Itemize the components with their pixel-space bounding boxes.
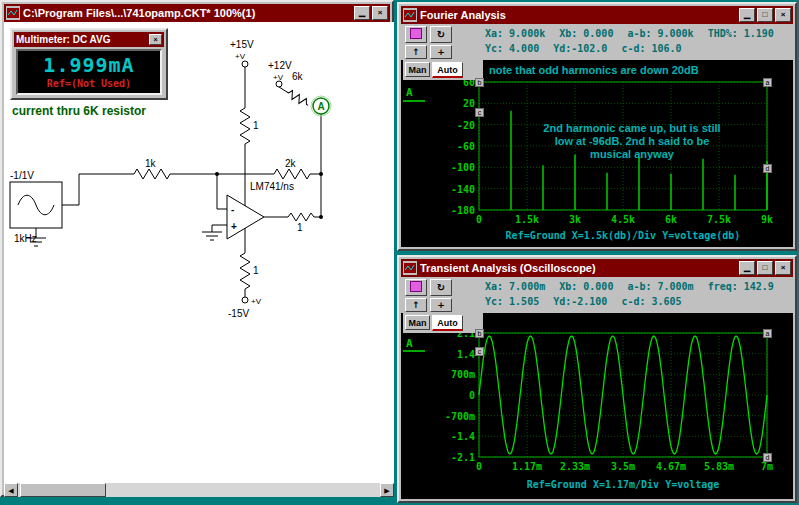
opamp-plus-sign: + [231,221,237,232]
cursor-marker-c[interactable]: c [475,108,484,117]
app-icon [403,261,417,275]
fourier-cursor-readings-x: Xa: 9.000kXb: 0.000a-b: 9.000kTHD%: 1.19… [485,28,774,39]
color-swatch-icon [410,28,422,39]
close-button[interactable]: × [149,34,162,45]
cursor-mode-button[interactable]: + [430,45,452,59]
multimeter-titlebar[interactable]: Multimeter: DC AVG × [14,32,164,47]
minimize-button[interactable]: ▁ [739,8,755,22]
window-title: Transient Analysis (Oscilloscope) [420,262,736,274]
auto-scale-button[interactable]: Auto [432,315,463,331]
schematic-canvas[interactable]: A -1/1V 1kHz 1k 2k 6k LM741/ns 1 1 1 +15… [4,22,394,483]
format-button[interactable] [405,26,427,43]
y-tick-label: -1.4 [443,431,475,442]
cursor-marker-d[interactable]: d [763,164,772,173]
x-tick-label: 3k [555,214,595,225]
x-tick-label: 0 [459,214,499,225]
manual-scale-button[interactable]: Man [405,62,430,77]
scroll-left-button[interactable]: ◀ [4,483,18,497]
plus-v-bottom-label: +V [251,297,262,306]
close-button[interactable]: × [372,6,388,20]
crosshair-icon: + [437,47,445,57]
minimize-button[interactable]: ▁ [354,6,370,20]
refresh-button[interactable]: ↻ [430,279,452,296]
scroll-right-button[interactable]: ▶ [380,483,394,497]
x-tick-label: 4.67m [651,461,691,472]
cursor-mode-button[interactable]: + [430,298,452,312]
cursor-marker-b[interactable]: b [475,78,484,87]
up-arrow-icon: ↑ [412,47,420,57]
x-tick-label: 2.33m [555,461,595,472]
app-icon [403,8,417,22]
color-swatch-icon [410,281,422,292]
fourier-titlebar[interactable]: Fourier Analysis ▁ □ × [401,6,793,24]
close-button[interactable]: × [775,261,791,275]
cursor-marker-d[interactable]: d [763,453,772,462]
scale-up-button[interactable]: ↑ [405,298,427,312]
resistor-2k [270,169,314,179]
r-feedback-label: 2k [285,158,297,169]
minimize-button[interactable]: ▁ [739,261,755,275]
opamp-label: LM741/ns [250,181,294,192]
cursor-marker-b[interactable]: b [475,329,484,338]
refresh-button[interactable]: ↻ [430,26,452,43]
maximize-button[interactable]: □ [757,8,773,22]
y-tick-label: -700m [443,411,475,422]
fourier-plot-area[interactable]: note that odd harmonics are down 20dB A … [401,60,793,247]
resistor-supply-top [240,104,250,148]
schematic-titlebar[interactable]: C:\Program Files\...\741opamp.CKT* 100%(… [4,4,390,22]
scale-up-button[interactable]: ↑ [405,45,427,59]
plus-v-mid-label: +V [273,73,284,82]
redo-icon: ↻ [437,282,445,293]
fourier-footer: Ref=Ground X=1.5k(db)/Div Y=voltage(db) [479,230,767,241]
y-tick-label: 1.4 [443,349,475,360]
y-tick-label: 700m [443,369,475,380]
multimeter-window: Multimeter: DC AVG × 1.999mA Ref=(Not Us… [10,28,168,100]
source-freq-label: 1kHz [14,233,37,244]
fourier-button-cluster: ↻ ↑ + Man Auto [403,26,483,80]
waveform-trace [479,336,767,454]
transient-cursor-readings-y: Yc: 1.505Yd:-2.100c-d: 3.605 [485,296,682,307]
cursor-marker-c[interactable]: c [475,347,484,356]
x-tick-label: 1.5k [507,214,547,225]
r-output-label: 1 [297,222,303,233]
maximize-button[interactable]: □ [757,261,773,275]
r-input-label: 1k [145,158,157,169]
trace-color-line [403,350,425,352]
resistor-output [285,213,317,221]
source-amplitude-label: -1/1V [10,170,34,181]
resistor-1k [130,169,174,179]
y-tick-label: -140 [443,184,475,195]
schematic-window: C:\Program Files\...\741opamp.CKT* 100%(… [0,0,394,497]
plus-v-top-label: +V [235,52,246,61]
y-tick-label: -20 [443,120,475,131]
transient-cursor-readings-x: Xa: 7.000mXb: 0.000a-b: 7.000mfreq: 142.… [485,281,774,292]
r-load-label: 6k [292,71,304,82]
x-tick-label: 3.5m [603,461,643,472]
scrollbar-track[interactable] [18,483,380,497]
horizontal-scrollbar[interactable]: ◀ ▶ [4,483,394,497]
cursor-marker-a[interactable]: a [763,78,772,87]
auto-scale-button[interactable]: Auto [432,62,463,78]
window-title: C:\Program Files\...\741opamp.CKT* 100%(… [23,7,351,19]
multimeter-title: Multimeter: DC AVG [16,34,146,45]
x-tick-label: 4.5k [603,214,643,225]
fourier-annotation: 2nd harmonic came up, but is still low a… [501,122,763,161]
transient-button-cluster: ↻ ↑ + Man Auto [403,279,483,333]
transient-titlebar[interactable]: Transient Analysis (Oscilloscope) ▁ □ × [401,259,793,277]
cursor-marker-a[interactable]: a [763,329,772,338]
r-supply-bottom-label: 1 [253,265,259,276]
manual-scale-button[interactable]: Man [405,315,430,330]
multimeter-reading: 1.999mA [18,53,160,77]
close-button[interactable]: × [775,8,791,22]
ground-symbol [202,232,222,240]
trace-label: A [406,337,413,350]
y-tick-label: 20 [443,98,475,109]
x-tick-label: 7m [747,461,787,472]
transient-plot-area[interactable]: A Ref=Ground X=1.17m/Div Y=voltage 2.11.… [401,313,793,499]
fourier-note: note that odd harmonics are down 20dB [489,64,699,76]
vplus-label: +15V [230,39,254,50]
resistor-supply-bottom [240,249,250,293]
format-button[interactable] [405,279,427,296]
scrollbar-thumb[interactable] [20,483,106,497]
ammeter-label: A [317,101,324,112]
